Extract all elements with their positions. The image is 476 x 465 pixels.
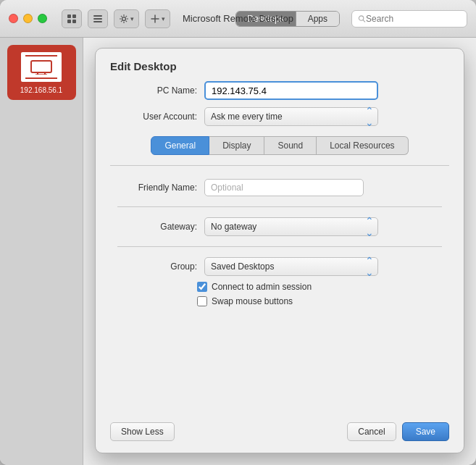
tab-bar: General Display Sound Local Resources	[96, 136, 464, 155]
group-label: Group:	[117, 261, 197, 272]
group-row: Group: Saved Desktops ⌃⌄	[117, 257, 442, 276]
form-area: PC Name: User Account: Ask me every time…	[96, 78, 464, 126]
tab-content-general: Friendly Name: Gateway: No gateway ⌃⌄	[96, 173, 464, 282]
add-button[interactable]: ▾	[145, 9, 170, 28]
group-select-wrap: Saved Desktops ⌃⌄	[204, 257, 378, 276]
grid-view-button[interactable]	[62, 9, 82, 28]
svg-rect-0	[67, 14, 71, 18]
svg-rect-3	[72, 20, 76, 23]
tab-display[interactable]: Display	[209, 136, 264, 155]
svg-rect-6	[93, 21, 102, 22]
svg-point-7	[122, 17, 126, 20]
save-button[interactable]: Save	[402, 422, 449, 441]
user-account-select[interactable]: Ask me every time	[204, 107, 378, 126]
separator-3	[117, 246, 442, 247]
tab-local-resources[interactable]: Local Resources	[317, 136, 408, 155]
pc-name-label: PC Name:	[117, 85, 197, 96]
gateway-select[interactable]: No gateway	[204, 217, 378, 236]
dialog-footer: Show Less Cancel Save	[96, 412, 464, 453]
svg-rect-2	[67, 20, 71, 23]
sidebar: 192.168.56.1	[0, 38, 83, 465]
settings-button[interactable]: ▾	[114, 9, 139, 28]
edit-dialog: Edit Desktop PC Name: User Account: Ask …	[95, 48, 464, 453]
svg-point-8	[359, 15, 363, 20]
dialog-title: Edit Desktop	[96, 49, 464, 78]
minimize-button[interactable]	[23, 14, 33, 23]
gear-dropdown-arrow: ▾	[130, 15, 134, 22]
swap-mouse-row: Swap mouse buttons	[197, 296, 464, 306]
svg-rect-9	[31, 61, 51, 72]
connect-admin-label: Connect to admin session	[212, 282, 312, 292]
grid-icon	[67, 14, 77, 24]
separator-2	[117, 206, 442, 207]
plus-icon	[150, 14, 160, 24]
search-box	[351, 10, 467, 28]
connect-admin-row: Connect to admin session	[197, 282, 464, 292]
monitor-icon	[30, 60, 52, 75]
pc-name-row: PC Name:	[117, 81, 442, 100]
gateway-select-wrap: No gateway ⌃⌄	[204, 217, 378, 236]
sidebar-item-label: 192.168.56.1	[20, 86, 62, 94]
toolbar-left: ▾ ▾	[62, 9, 170, 28]
list-icon	[93, 14, 103, 24]
tab-sound[interactable]: Sound	[264, 136, 317, 155]
maximize-button[interactable]	[38, 14, 47, 23]
apps-tab[interactable]: Apps	[296, 12, 339, 26]
sidebar-desktop-item[interactable]: 192.168.56.1	[7, 45, 76, 100]
search-input[interactable]	[366, 14, 461, 24]
main-area: Edit Desktop PC Name: User Account: Ask …	[83, 38, 476, 465]
user-account-label: User Account:	[117, 112, 197, 122]
friendly-name-label: Friendly Name:	[117, 183, 197, 193]
connect-admin-checkbox[interactable]	[197, 282, 207, 292]
cancel-button[interactable]: Cancel	[347, 422, 396, 441]
separator-1	[110, 165, 449, 166]
search-icon	[358, 14, 366, 23]
friendly-name-row: Friendly Name:	[117, 179, 442, 196]
user-account-row: User Account: Ask me every time ⌃⌄	[117, 107, 442, 126]
traffic-lights	[9, 14, 47, 23]
gateway-row: Gateway: No gateway ⌃⌄	[117, 217, 442, 236]
gateway-label: Gateway:	[117, 222, 197, 232]
pc-name-input[interactable]	[204, 81, 378, 100]
checkboxes-area: Connect to admin session Swap mouse butt…	[96, 282, 464, 306]
window-title: Microsoft Remote Desktop	[183, 13, 293, 24]
swap-mouse-checkbox[interactable]	[197, 296, 207, 306]
swap-mouse-label: Swap mouse buttons	[212, 296, 293, 306]
svg-rect-5	[93, 18, 102, 20]
add-dropdown-arrow: ▾	[162, 15, 165, 22]
show-less-button[interactable]: Show Less	[110, 422, 175, 441]
user-account-select-wrap: Ask me every time ⌃⌄	[204, 107, 378, 126]
desktop-icon	[20, 51, 63, 83]
title-bar: ▾ ▾ Microsoft Remote Desktop Desktops Ap…	[0, 0, 476, 38]
close-button[interactable]	[9, 14, 18, 23]
friendly-name-input[interactable]	[204, 179, 364, 196]
svg-rect-4	[93, 15, 102, 17]
list-view-button[interactable]	[88, 9, 108, 28]
group-select[interactable]: Saved Desktops	[204, 257, 378, 276]
body-area: 192.168.56.1 Edit Desktop PC Name: User …	[0, 38, 476, 465]
svg-rect-1	[72, 14, 76, 18]
app-window: ▾ ▾ Microsoft Remote Desktop Desktops Ap…	[0, 0, 476, 465]
gear-icon	[119, 14, 129, 24]
tab-general[interactable]: General	[151, 136, 209, 155]
